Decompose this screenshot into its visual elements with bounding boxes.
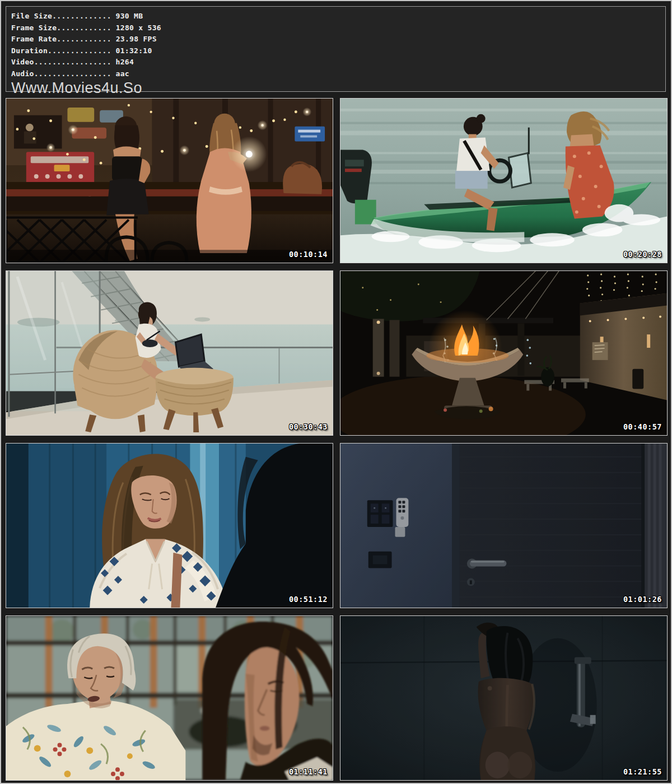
screenshot-shower: 01:21:55 — [340, 615, 668, 781]
passenger-figure — [563, 111, 614, 218]
info-duration: Duration..............01:32:10 — [11, 45, 665, 57]
media-info-panel: File Size.............930 MB Frame Size.… — [6, 6, 666, 92]
site-watermark: Www.Movies4u.So — [11, 80, 665, 96]
timestamp-overlay: 00:10:14 — [289, 250, 328, 259]
screenshot-preview-sheet: File Size.............930 MB Frame Size.… — [0, 0, 672, 784]
timestamp-overlay: 00:30:43 — [289, 422, 328, 431]
screenshot-woman-blouse: 00:51:12 — [6, 443, 333, 608]
balcony-illustration — [6, 271, 333, 435]
timestamp-overlay: 01:11:41 — [289, 767, 328, 776]
info-file-size: File Size.............930 MB — [11, 11, 665, 22]
timestamp-overlay: 00:40:57 — [623, 422, 662, 431]
screenshot-night-market: MA — [6, 98, 333, 263]
speedboat-illustration — [340, 99, 667, 263]
screenshot-speedboat: 00:20:28 — [340, 98, 668, 263]
timestamp-overlay: 01:01:26 — [623, 595, 662, 604]
thumbnail-grid: MA — [6, 98, 668, 781]
two-men-illustration — [6, 616, 333, 780]
timestamp-overlay: 01:21:55 — [623, 767, 662, 776]
timestamp-overlay: 00:20:28 — [623, 250, 662, 259]
shower-illustration — [340, 616, 667, 780]
info-frame-rate: Frame Rate............23.98 FPS — [11, 34, 665, 45]
screenshot-dark-door: 01:01:26 — [340, 443, 668, 608]
info-frame-size: Frame Size............1280 x 536 — [11, 22, 665, 34]
info-video-codec: Video.................h264 — [11, 57, 665, 68]
dark-door-illustration — [340, 444, 667, 608]
screenshot-balcony: 00:30:43 — [6, 270, 333, 436]
timestamp-overlay: 00:51:12 — [289, 595, 328, 604]
night-market-illustration: MA — [6, 99, 333, 263]
woman-blouse-illustration — [6, 444, 333, 608]
screenshot-two-men: 01:11:41 — [6, 615, 333, 781]
info-audio-codec: Audio.................aac — [11, 68, 665, 80]
courtyard-illustration — [340, 271, 667, 435]
screenshot-courtyard: 00:40:57 — [340, 270, 668, 436]
